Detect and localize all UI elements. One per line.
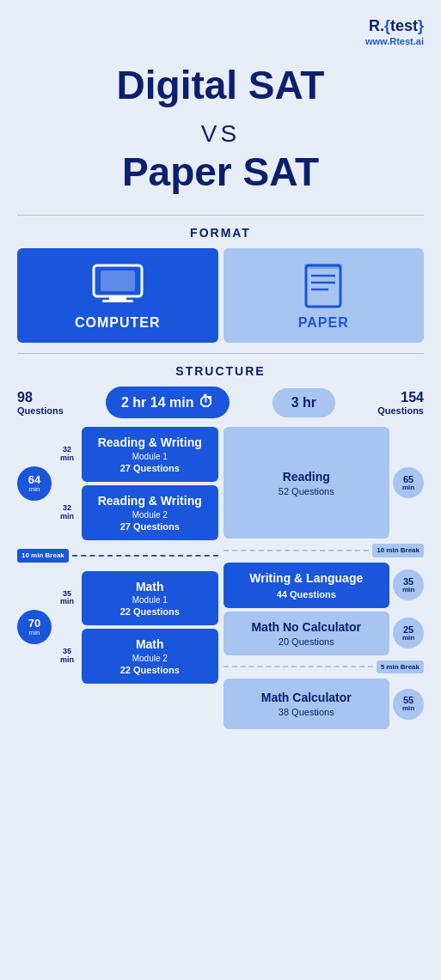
math-m2-count: 22 Questions	[89, 665, 211, 675]
rw-group: 64 min 32 min Reading & Writing	[17, 427, 218, 540]
break-text-left: 10 min Break	[21, 551, 64, 559]
reading-min-col: 65 min	[393, 427, 424, 539]
math-m2-row: 35 min Math Module 2 22 Questions	[55, 629, 218, 684]
small-break-dashed	[224, 666, 373, 667]
left-digital: 64 min 32 min Reading & Writing	[17, 427, 218, 729]
math-m2-min: 35 min	[55, 629, 79, 684]
digital-q-number: 98	[17, 389, 64, 405]
paper-questions-right: 154 Questions	[377, 389, 424, 417]
title-line2: Paper SAT	[122, 149, 319, 194]
break-dashed-left	[72, 555, 218, 557]
break-label-left: 10 min Break	[17, 549, 69, 563]
math-nocalc-min-label: min	[402, 635, 414, 642]
digital-questions-left: 98 Questions	[17, 389, 64, 417]
math-m1-min-label: min	[60, 598, 74, 606]
70min-bubble: 70 min	[17, 610, 52, 644]
70min-area: 70 min	[17, 571, 52, 685]
logo-test: test	[390, 17, 418, 34]
paper-label: PAPER	[298, 315, 349, 331]
svg-rect-4	[306, 265, 340, 307]
rw-m2-sub: Module 2	[89, 510, 211, 520]
reading-block: Reading 52 Questions	[224, 427, 390, 539]
math-m1-title: Math	[89, 580, 211, 594]
reading-title: Reading	[283, 470, 330, 484]
writing-min-label: min	[402, 587, 414, 594]
rw-m2-min: 32 min	[55, 485, 79, 540]
writing-block: Writing & Language 44 Questions	[224, 563, 390, 608]
writing-min-col: 35 min	[393, 563, 424, 608]
svg-rect-2	[109, 296, 126, 300]
rw-m2-count: 27 Questions	[89, 521, 211, 532]
digital-time-pill: 2 hr 14 min ⏱	[106, 387, 230, 418]
main-title: Digital SAT VS Paper SAT	[17, 64, 424, 194]
math-modules: 35 min Math Module 1 22 Questions 35	[55, 571, 218, 685]
64min-value: 64	[28, 474, 40, 486]
math-m2-sub: Module 2	[89, 654, 211, 663]
break-row-left: 10 min Break	[17, 549, 218, 563]
paper-q-number: 154	[377, 389, 424, 405]
math-m2-title: Math	[89, 637, 211, 652]
full-structure: 64 min 32 min Reading & Writing	[17, 427, 424, 729]
logo-r: R.	[369, 17, 384, 34]
math-module1-block: Math Module 1 22 Questions	[82, 571, 218, 626]
math-calc-block: Math Calculator 38 Questions	[224, 679, 390, 729]
svg-rect-8	[304, 264, 342, 269]
64min-area: 64 min	[17, 427, 52, 540]
small-break-row: 5 min Break	[224, 660, 425, 674]
computer-label: COMPUTER	[75, 315, 161, 331]
small-break-label: 5 min Break	[377, 660, 424, 674]
math-m1-sub: Module 1	[89, 595, 211, 605]
divider-mid	[17, 353, 424, 354]
math-calc-min-bubble: 55 min	[393, 689, 424, 720]
math-m1-count: 22 Questions	[89, 606, 211, 617]
math-calc-count: 38 Questions	[279, 707, 334, 717]
rw-m2-row: 32 min Reading & Writing Module 2 27 Que…	[55, 485, 218, 540]
math-module2-block: Math Module 2 22 Questions	[82, 629, 218, 684]
math-nocalc-title: Math No Calculator	[251, 620, 361, 635]
svg-rect-1	[101, 271, 135, 291]
break-text-right: 10 min Break	[377, 546, 420, 554]
math-calc-row: Math Calculator 38 Questions 55 min	[224, 679, 425, 729]
format-paper-box: PAPER	[224, 248, 425, 343]
rw-m2-title: Reading & Writing	[89, 494, 211, 508]
math-nocalc-min-bubble: 25 min	[393, 618, 424, 648]
writing-row: Writing & Language 44 Questions 35 min	[224, 563, 425, 608]
math-nocalc-block: Math No Calculator 20 Questions	[224, 612, 390, 655]
digital-time-text: 2 hr 14 min	[121, 395, 193, 411]
64min-label: min	[29, 486, 40, 494]
rw-m1-sub: Module 1	[89, 452, 211, 461]
computer-icon	[90, 264, 145, 308]
logo-url: www.Rtest.ai	[17, 36, 424, 46]
logo-text: R.{test}	[17, 17, 424, 36]
clock-icon: ⏱	[199, 393, 214, 411]
math-nocalc-min-val: 25	[403, 624, 413, 635]
time-row: 98 Questions 2 hr 14 min ⏱ 3 hr 154 Ques…	[17, 387, 424, 418]
math-calc-min-label: min	[402, 705, 414, 713]
break-row-right: 10 min Break	[224, 544, 425, 557]
math-nocalc-count: 20 Questions	[279, 636, 334, 647]
writing-title: Writing & Language	[249, 571, 363, 586]
math-m1-min: 35 min	[55, 571, 79, 626]
math-nocalc-min-col: 25 min	[393, 612, 424, 655]
paper-time-pill: 3 hr	[273, 388, 335, 417]
70min-value: 70	[28, 618, 40, 630]
math-calc-title: Math Calculator	[261, 691, 352, 705]
rw-module1-block: Reading & Writing Module 1 27 Questions	[82, 427, 218, 482]
rw-m1-row: 32 min Reading & Writing Module 1 27 Que…	[55, 427, 218, 482]
digital-q-label: Questions	[17, 405, 64, 416]
rw-module2-block: Reading & Writing Module 2 27 Questions	[82, 485, 218, 540]
rw-modules: 32 min Reading & Writing Module 1 27 Que…	[55, 427, 218, 540]
reading-min-label: min	[402, 484, 414, 492]
math-m1-row: 35 min Math Module 1 22 Questions	[55, 571, 218, 626]
format-row: COMPUTER PAPER	[17, 248, 424, 343]
right-paper: Reading 52 Questions 65 min 10 min Break	[224, 427, 425, 729]
svg-rect-3	[102, 300, 133, 302]
writing-min-bubble: 35 min	[393, 569, 424, 600]
rw-m1-min: 32 min	[55, 427, 79, 482]
rw-m1-title: Reading & Writing	[89, 435, 211, 450]
math-group: 70 min 35 min Math Module 1	[17, 571, 218, 685]
paper-time-text: 3 hr	[291, 395, 316, 410]
logo-brace-close: }	[418, 17, 424, 34]
reading-row: Reading 52 Questions 65 min	[224, 427, 425, 539]
page-wrapper: R.{test} www.Rtest.ai Digital SAT VS Pap…	[0, 0, 441, 755]
